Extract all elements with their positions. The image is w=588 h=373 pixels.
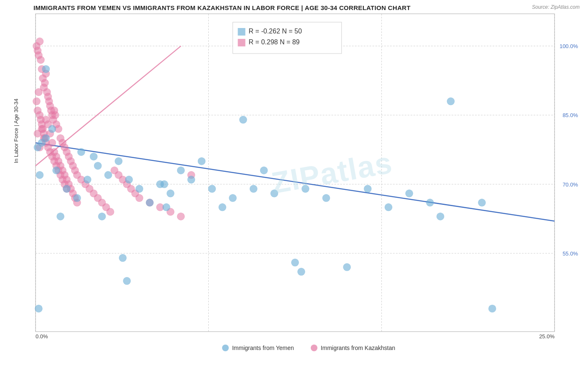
right-y-tick: 85.0% — [562, 112, 578, 118]
svg-point-132 — [343, 263, 351, 271]
chart-container: IMMIGRANTS FROM YEMEN VS IMMIGRANTS FROM… — [0, 0, 588, 373]
svg-point-83 — [35, 88, 42, 96]
svg-point-59 — [177, 213, 184, 220]
legend-item-yemen: Immigrants from Yemen — [222, 345, 294, 351]
svg-point-120 — [198, 157, 205, 165]
svg-point-135 — [406, 190, 413, 197]
svg-point-147 — [98, 213, 106, 220]
svg-point-130 — [302, 185, 309, 193]
svg-point-138 — [447, 97, 455, 105]
svg-point-111 — [105, 171, 112, 179]
svg-point-48 — [107, 208, 114, 216]
svg-text:R =  0.298    N = 89: R = 0.298 N = 89 — [249, 38, 300, 46]
svg-rect-152 — [238, 28, 245, 36]
svg-point-104 — [42, 134, 50, 142]
svg-point-118 — [177, 166, 184, 174]
svg-point-102 — [36, 171, 43, 179]
svg-point-143 — [123, 277, 130, 285]
svg-point-109 — [84, 176, 91, 184]
svg-point-123 — [229, 194, 237, 202]
svg-point-19 — [41, 79, 49, 87]
svg-point-114 — [135, 185, 143, 193]
svg-point-81 — [33, 97, 40, 105]
svg-point-122 — [219, 204, 226, 211]
svg-point-134 — [385, 204, 392, 211]
svg-point-144 — [161, 181, 168, 188]
svg-point-108 — [73, 194, 81, 202]
chart-svg: R = -0.262 N = 50R = 0.298 N = 89 — [36, 14, 555, 332]
svg-point-117 — [167, 190, 174, 197]
svg-point-137 — [437, 213, 444, 220]
svg-point-14 — [36, 38, 43, 45]
svg-point-142 — [119, 254, 126, 262]
x-tick-0: 0.0% — [36, 333, 48, 340]
svg-text:R = -0.262    N = 50: R = -0.262 N = 50 — [249, 28, 302, 35]
right-y-tick: 70.0% — [562, 181, 578, 187]
right-y-tick: 55.0% — [562, 250, 578, 256]
svg-point-119 — [187, 176, 195, 184]
svg-line-10 — [36, 143, 555, 221]
x-axis-labels: 0.0% 25.0% — [36, 333, 555, 340]
svg-line-9 — [36, 46, 181, 166]
svg-point-107 — [63, 185, 70, 193]
svg-point-145 — [163, 204, 170, 211]
svg-point-113 — [125, 176, 133, 184]
source-label: Source: ZipAtlas.com — [532, 4, 580, 10]
right-y-tick: 100.0% — [560, 43, 578, 49]
svg-point-115 — [146, 199, 153, 207]
svg-point-148 — [42, 65, 50, 73]
legend-circle-yemen — [222, 345, 229, 351]
right-y-axis: 100.0%85.0%70.0%55.0% — [555, 14, 580, 332]
svg-point-131 — [322, 194, 330, 202]
x-tick-25: 25.0% — [539, 333, 555, 340]
svg-point-146 — [57, 213, 64, 220]
svg-point-136 — [426, 199, 434, 207]
legend-circle-kazakhstan — [311, 345, 317, 351]
chart-title: IMMIGRANTS FROM YEMEN VS IMMIGRANTS FROM… — [8, 4, 580, 11]
svg-point-125 — [250, 185, 257, 193]
bottom-legend: Immigrants from Yemen Immigrants from Ka… — [8, 345, 580, 351]
svg-point-55 — [135, 194, 143, 202]
svg-point-129 — [297, 268, 305, 276]
y-axis-label: In Labor Force | Age 30-34 — [13, 89, 19, 173]
svg-point-128 — [291, 259, 299, 266]
svg-point-29 — [51, 111, 59, 119]
svg-point-149 — [77, 148, 85, 156]
svg-point-106 — [53, 166, 60, 174]
svg-point-121 — [208, 185, 216, 193]
svg-rect-154 — [238, 39, 245, 46]
svg-point-126 — [260, 166, 268, 174]
svg-rect-151 — [233, 22, 342, 54]
svg-point-140 — [488, 305, 496, 312]
svg-point-127 — [271, 190, 278, 197]
svg-point-110 — [94, 162, 102, 169]
svg-point-112 — [115, 157, 123, 165]
svg-point-133 — [364, 185, 371, 193]
legend-item-kazakhstan: Immigrants from Kazakhstan — [311, 345, 395, 351]
legend-label-yemen: Immigrants from Yemen — [232, 345, 294, 351]
svg-point-141 — [35, 305, 42, 312]
legend-label-kazakhstan: Immigrants from Kazakhstan — [321, 345, 395, 351]
svg-point-150 — [90, 153, 97, 160]
svg-point-124 — [239, 116, 247, 123]
svg-point-15 — [37, 56, 44, 64]
svg-point-139 — [478, 199, 486, 207]
svg-point-105 — [49, 125, 56, 133]
